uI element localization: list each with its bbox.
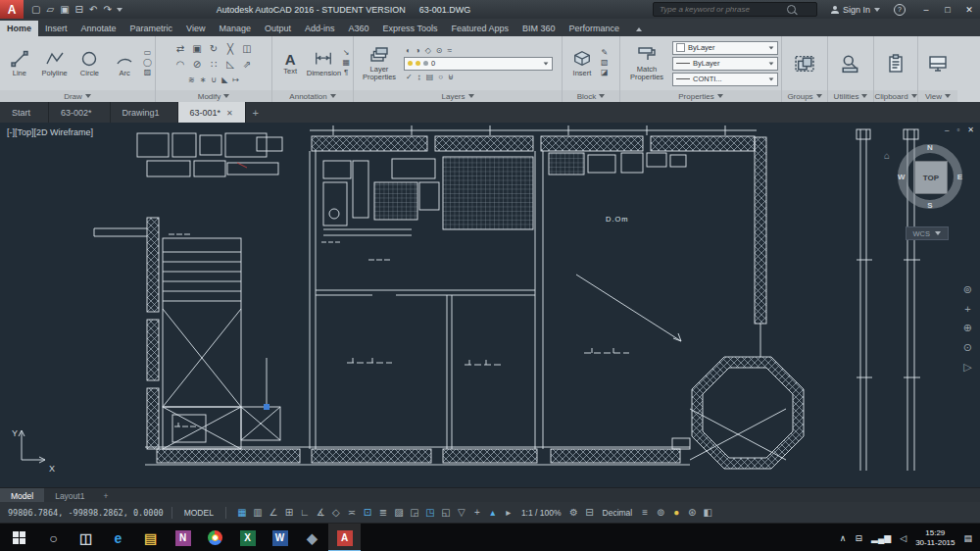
status-toggle[interactable]: ≣ — [375, 507, 391, 518]
status-toggle[interactable]: ▨ — [391, 507, 407, 518]
layer-tool-icon[interactable]: ↨ — [417, 73, 421, 81]
layer-select-combo[interactable]: 0 — [404, 57, 553, 71]
modify-small-icon[interactable]: ↦ — [232, 75, 239, 84]
circle-button[interactable]: Circle — [74, 49, 107, 77]
taskbar-app[interactable]: ◆ — [296, 524, 328, 551]
status-toggle[interactable]: ◱ — [438, 507, 454, 518]
modify-small-icon[interactable]: ◣ — [221, 75, 227, 84]
taskbar-app[interactable]: ▤ — [134, 524, 167, 551]
status-toggle[interactable]: ≡ — [637, 507, 653, 518]
modify-tool-icon[interactable]: ▣ — [189, 43, 206, 59]
ribbon-tab[interactable]: Insert — [38, 21, 74, 36]
status-toggle[interactable]: ◳ — [422, 507, 438, 518]
draw-extra-icon[interactable]: ▭ — [143, 49, 152, 58]
taskbar-app[interactable]: ◫ — [70, 524, 102, 551]
status-toggle[interactable]: ▥ — [250, 507, 266, 518]
draw-panel-label[interactable]: Draw — [0, 90, 155, 102]
block-panel-label[interactable]: Block — [563, 90, 619, 102]
qat-icon[interactable]: ▣ — [60, 4, 69, 15]
draw-extra-icon[interactable]: ◯ — [143, 59, 152, 68]
status-toggle[interactable]: ⊞ — [281, 507, 297, 518]
layer-tool-icon[interactable]: ⊙ — [436, 46, 443, 55]
insert-block-button[interactable]: Insert — [565, 49, 599, 77]
tray-icon[interactable]: ∧ — [840, 533, 847, 543]
ribbon-tab[interactable]: Express Tools — [376, 21, 445, 36]
signin-button[interactable]: Sign In — [831, 5, 880, 15]
ribbon-tab[interactable]: Manage — [212, 21, 258, 36]
layout-tab[interactable]: Layout1 — [44, 488, 95, 503]
status-toggle[interactable]: 1:1 / 100% — [516, 508, 566, 518]
viewcube-north[interactable]: N — [927, 143, 933, 152]
file-tab[interactable]: 63-001* — [178, 102, 246, 123]
layer-tool-icon[interactable]: ✓ — [406, 73, 413, 81]
file-tab[interactable]: Drawing1 — [111, 102, 178, 123]
dimension-button[interactable]: Dimension — [307, 49, 340, 77]
status-toggle[interactable]: ⊛ — [684, 507, 700, 518]
wcs-dropdown[interactable]: WCS — [906, 226, 950, 240]
match-properties-button[interactable]: Match Properties — [623, 45, 670, 81]
file-tab[interactable]: Start — [0, 102, 49, 123]
layer-tool-icon[interactable]: ◇ — [425, 46, 431, 55]
tray-icon[interactable]: ◁ — [900, 533, 906, 543]
viewcube-home-icon[interactable]: ⌂ — [884, 150, 890, 161]
modify-tool-icon[interactable]: ╳ — [222, 43, 239, 59]
tray-icon[interactable]: ▂▄▆ — [871, 533, 891, 543]
status-toggle[interactable]: ▦ — [234, 507, 250, 518]
viewcube-top-face[interactable]: TOP — [914, 161, 948, 194]
view-panel-label[interactable]: View — [918, 90, 957, 102]
floor-plan[interactable] — [0, 123, 980, 487]
search-input[interactable] — [658, 4, 787, 15]
annotation-small-icon[interactable]: ▦ — [342, 59, 350, 68]
status-toggle[interactable]: ▸ — [501, 507, 516, 518]
annotation-small-icon[interactable]: ¶ — [342, 69, 350, 77]
taskbar-app[interactable]: N — [167, 524, 199, 551]
modify-small-icon[interactable]: ∪ — [211, 75, 217, 84]
status-toggle[interactable]: ● — [668, 507, 684, 518]
modify-small-icon[interactable]: ∗ — [200, 75, 207, 84]
qat-icon[interactable]: ▢ — [31, 4, 40, 15]
pan-icon[interactable]: + — [963, 303, 972, 315]
taskbar-app[interactable] — [199, 524, 231, 551]
clipboard-panel-label[interactable]: Clipboard — [874, 90, 917, 102]
tab-close-icon[interactable] — [226, 108, 233, 118]
viewcube[interactable]: N S W E TOP — [898, 144, 962, 209]
modify-tool-icon[interactable]: ◠ — [172, 59, 189, 75]
action-center-icon[interactable]: ▤ — [963, 533, 972, 543]
groups-icon[interactable] — [795, 54, 814, 74]
close-button[interactable]: ✕ — [958, 5, 980, 15]
status-toggle[interactable]: ◇ — [328, 507, 344, 518]
status-toggle[interactable]: ⊚ — [653, 507, 668, 518]
annotation-small-icon[interactable]: ↘ — [342, 49, 350, 58]
modify-tool-icon[interactable]: ◫ — [239, 43, 256, 59]
qat-dropdown-icon[interactable] — [117, 8, 122, 12]
qat-icon[interactable]: ↷ — [103, 4, 111, 15]
layer-properties-button[interactable]: Layer Properties — [357, 45, 402, 81]
ribbon-collapse-icon[interactable] — [636, 27, 642, 31]
orbit-icon[interactable]: ⊙ — [963, 341, 972, 354]
status-toggle[interactable]: ◲ — [407, 507, 422, 518]
file-tab[interactable]: 63-002* — [49, 102, 111, 123]
modify-tool-icon[interactable]: ↻ — [206, 43, 222, 59]
clipboard-icon[interactable] — [886, 54, 906, 74]
clock[interactable]: 15:29 30-11-2015 — [915, 528, 955, 548]
qat-icon[interactable]: ⊟ — [75, 4, 83, 15]
view-icon[interactable] — [928, 54, 948, 74]
viewcube-west[interactable]: W — [898, 173, 906, 181]
modify-tool-icon[interactable]: ⇗ — [239, 59, 256, 75]
taskbar-app[interactable]: X — [231, 524, 264, 551]
layout-tab[interactable]: Model — [0, 488, 44, 503]
maximize-button[interactable]: □ — [937, 5, 958, 15]
modify-tool-icon[interactable]: ⊘ — [189, 59, 206, 75]
drawing-viewport[interactable]: [-][Top][2D Wireframe] D.Om – ▫ ✕ ⌂ N S … — [0, 123, 980, 487]
new-tab-button[interactable]: + — [246, 102, 266, 123]
groups-panel-label[interactable]: Groups — [782, 90, 827, 102]
help-button[interactable]: ? — [894, 4, 906, 16]
property-combo[interactable]: CONTI... — [672, 73, 778, 86]
utilities-icon[interactable] — [841, 54, 860, 74]
block-small-icon[interactable]: ◪ — [601, 69, 609, 77]
ribbon-tab[interactable]: Add-ins — [298, 21, 342, 36]
doc-minimize-button[interactable]: – — [945, 125, 949, 134]
qat-icon[interactable]: ↶ — [89, 4, 97, 15]
layers-panel-label[interactable]: Layers — [354, 90, 562, 102]
modify-tool-icon[interactable]: ⇄ — [172, 43, 189, 59]
